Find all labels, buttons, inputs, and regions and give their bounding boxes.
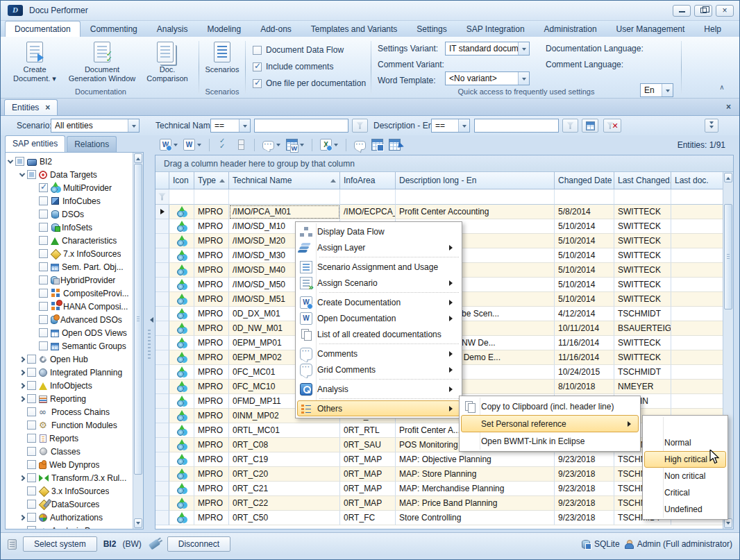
database-label[interactable]: SQLite — [594, 539, 620, 549]
checkbox-icon[interactable] — [27, 368, 36, 377]
tab-entities[interactable]: Entities × — [4, 99, 58, 115]
checkbox-icon[interactable] — [39, 223, 48, 232]
grid-comments-button[interactable] — [284, 137, 306, 153]
menu-tab-commenting[interactable]: Commenting — [81, 21, 147, 37]
apply-technical-filter-button[interactable] — [352, 119, 368, 133]
menu-tab-sap-integration[interactable]: SAP Integration — [457, 21, 535, 37]
filter-cell[interactable] — [340, 189, 396, 205]
menu-tab-analysis[interactable]: Analysis — [147, 21, 198, 37]
scenarios-button[interactable]: Scenarios — [200, 40, 244, 86]
checkbox-icon[interactable] — [27, 460, 36, 469]
checkbox-icon[interactable] — [27, 421, 36, 430]
expand-filter-button[interactable] — [705, 119, 718, 133]
checkbox-icon[interactable] — [27, 513, 36, 522]
checkbox-icon[interactable] — [39, 196, 48, 205]
chevron-down-icon[interactable] — [662, 84, 673, 96]
table-row[interactable]: MPRO0RT_C500RT_FCStore Controlling9/23/2… — [155, 511, 723, 525]
chevron-down-icon[interactable] — [174, 144, 178, 149]
technical-name-filter-input[interactable] — [254, 119, 348, 133]
document-generation-window-button[interactable]: Document Generation Window — [67, 40, 137, 86]
grid-scrollbar-thumb[interactable] — [724, 204, 732, 309]
menu-tab-modeling[interactable]: Modeling — [197, 21, 251, 37]
tree-item-web-dynpros[interactable]: Web Dynpros — [7, 458, 132, 471]
chevron-down-icon[interactable] — [334, 144, 338, 149]
checkbox-icon[interactable] — [39, 236, 48, 245]
checkbox-icon[interactable] — [15, 157, 24, 166]
checkbox-icon[interactable] — [253, 79, 262, 88]
checkbox-icon[interactable] — [39, 328, 48, 337]
disconnect-button[interactable]: Disconnect — [167, 536, 230, 552]
table-row[interactable]: MPRO0RT_C220RT_MAPMAP: Price Band Planni… — [155, 496, 723, 511]
save-grid-layout-button[interactable] — [369, 137, 385, 153]
menu-item-set-personal-reference[interactable]: Set Personal reference — [461, 415, 639, 432]
check-entities-button[interactable] — [215, 137, 231, 153]
tree-item-characteristics[interactable]: Characteristics — [7, 234, 132, 247]
chevron-down-icon[interactable] — [239, 119, 250, 132]
menu-item-grid-comments[interactable]: Grid Comments — [297, 362, 460, 377]
menu-item-comments[interactable]: Comments — [297, 346, 460, 362]
tree-item-classes[interactable]: Classes — [7, 445, 132, 458]
menu-item-copy-to-clipboard-incl-header-line[interactable]: Copy to Clipboard (incl. header line) — [461, 398, 639, 415]
menu-item-open-bwmt-link-in-eclipse[interactable]: Open BWMT-Link in Eclipse — [461, 432, 639, 450]
column-header-type[interactable]: Type — [194, 172, 229, 189]
menu-item-undefined[interactable]: Undefined — [644, 501, 726, 518]
checkbox-icon[interactable] — [27, 473, 36, 482]
checkbox-icon[interactable] — [39, 249, 48, 258]
tree-item-process-chains[interactable]: Process Chains — [7, 405, 132, 418]
menu-tab-help[interactable]: Help — [694, 21, 731, 37]
checkbox-icon[interactable] — [39, 210, 48, 219]
expand-icon[interactable] — [19, 369, 25, 375]
expand-icon[interactable] — [19, 356, 25, 362]
menu-tab-add-ons[interactable]: Add-ons — [251, 21, 301, 37]
excel-export-button[interactable] — [318, 137, 340, 153]
documentation-language-select[interactable]: En — [640, 83, 673, 97]
collapse-ribbon-button[interactable]: ∧ — [716, 83, 728, 92]
tree-item-hana-composi[interactable]: HANA Composi... — [7, 300, 132, 313]
expand-icon[interactable] — [19, 382, 25, 388]
show-comments-button[interactable] — [352, 137, 368, 153]
tree-item-dsos[interactable]: DSOs — [7, 207, 132, 221]
panel-splitter[interactable] — [144, 152, 155, 529]
checkbox-icon[interactable] — [27, 434, 36, 443]
apply-description-filter-button[interactable] — [562, 119, 578, 133]
tree-item-datasources[interactable]: DataSources — [7, 498, 132, 511]
scroll-up-icon[interactable] — [134, 153, 142, 163]
menu-tab-settings[interactable]: Settings — [407, 21, 456, 37]
menu-item-assign-scenario[interactable]: Assign Scenario — [297, 275, 460, 291]
tab-close-icon[interactable]: × — [45, 103, 50, 112]
description-operator-select[interactable]: == — [431, 119, 470, 133]
menu-tab-templates-and-variants[interactable]: Templates and Variants — [301, 21, 407, 37]
option-include-comments[interactable]: Include comments — [253, 60, 369, 73]
comments-button[interactable] — [260, 137, 283, 153]
menu-item-non-critical[interactable]: Non critical — [644, 468, 726, 484]
tree-item-authorizations[interactable]: Authorizations — [7, 511, 132, 524]
expand-icon[interactable] — [19, 514, 25, 520]
tree-item-function-modules[interactable]: Function Modules — [7, 418, 132, 432]
column-header-infoarea[interactable]: InfoArea — [340, 172, 396, 189]
table-row[interactable]: MPRO0RT_C200RT_MAPMAP: Store Planning9/2… — [155, 467, 723, 482]
minimize-button[interactable] — [673, 5, 691, 17]
scroll-down-icon[interactable] — [134, 518, 142, 528]
tree-scrollbar[interactable] — [133, 153, 143, 529]
table-row[interactable]: MPRO/IMO/PCA_M01/IMO/ECPCA_VProfit Cente… — [155, 205, 723, 219]
tree-scrollbar-thumb[interactable] — [134, 164, 142, 475]
filter-cell[interactable] — [194, 189, 229, 205]
column-header-changed-date[interactable]: Changed Date — [555, 172, 614, 189]
menu-tab-user-management[interactable]: User Management — [607, 21, 695, 37]
tree-item-3-x-infosources[interactable]: 3.x InfoSources — [7, 484, 132, 498]
tree-item-open-ods-views[interactable]: Open ODS Views — [7, 326, 132, 339]
option-document-data-flow[interactable]: Document Data Flow — [253, 44, 369, 56]
tree-item-bi2[interactable]: BI2 — [7, 155, 132, 168]
checkbox-icon[interactable] — [253, 62, 262, 71]
tree-item-infosets[interactable]: InfoSets — [7, 221, 132, 234]
uncheck-entities-button[interactable] — [233, 137, 249, 153]
tree-item-advanced-dsos[interactable]: Advanced DSOs — [7, 313, 132, 326]
scenario-select[interactable]: All entities — [51, 119, 140, 133]
expand-icon[interactable] — [8, 158, 13, 163]
column-header-description-long-en[interactable]: Description long - En — [396, 172, 555, 189]
tree-item-semantic-groups[interactable]: Semantic Groups — [7, 339, 132, 353]
doc-comparison-button[interactable]: Doc. Comparison — [138, 40, 196, 86]
left-tab-sap-entities[interactable]: SAP entities — [5, 135, 65, 152]
tree-item-transform-3-x-rul[interactable]: Transform./3.x Rul... — [7, 471, 132, 484]
tree-item-compositeprovi[interactable]: CompositeProvi... — [7, 287, 132, 300]
